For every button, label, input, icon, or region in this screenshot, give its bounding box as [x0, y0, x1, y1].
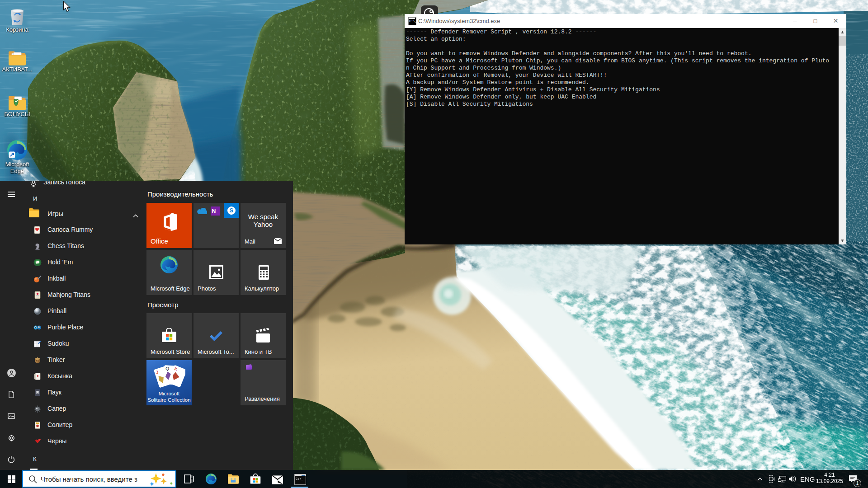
svg-text:Q: Q — [165, 366, 170, 371]
